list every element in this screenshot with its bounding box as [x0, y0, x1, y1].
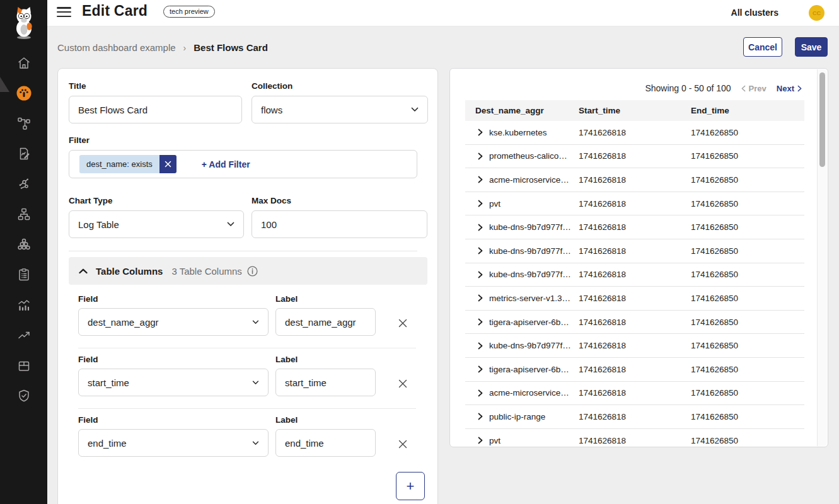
expand-row-chevron-icon[interactable]: [478, 129, 483, 136]
hamburger-menu-icon[interactable]: [57, 7, 72, 20]
cell-dest-name-aggr: tigera-apiserver-6b…: [489, 318, 569, 327]
max-docs-input[interactable]: [252, 210, 427, 238]
chevron-down-icon: [252, 320, 259, 324]
table-row[interactable]: kse.kubernetes 1741626818 1741626850: [465, 121, 804, 145]
card-editor-form: Title Collection flows Filter dest_name:…: [57, 68, 438, 504]
label-input[interactable]: [275, 369, 376, 396]
table-row[interactable]: acme-microservice… 1741626818 1741626850: [465, 168, 804, 192]
bar-chart-icon[interactable]: [0, 290, 47, 320]
cell-end-time: 1741626850: [691, 222, 804, 232]
sidebar-nav: [0, 48, 47, 411]
prev-button[interactable]: Prev: [741, 84, 767, 93]
collection-label: Collection: [252, 81, 292, 91]
share-network-icon[interactable]: [0, 169, 47, 199]
expand-row-chevron-icon[interactable]: [478, 389, 483, 397]
label-input[interactable]: [275, 429, 376, 457]
save-button[interactable]: Save: [795, 37, 828, 57]
cancel-button[interactable]: Cancel: [743, 37, 782, 57]
cell-dest-name-aggr: pvt: [489, 199, 501, 209]
cluster-nodes-icon[interactable]: [0, 229, 47, 260]
add-filter-button[interactable]: + Add Filter: [202, 159, 250, 169]
field-select-value: start_time: [88, 377, 129, 388]
cluster-selector[interactable]: All clusters: [731, 8, 778, 18]
table-row[interactable]: pvt 1741626818 1741626850: [465, 429, 804, 447]
filter-chip: dest_name: exists: [79, 155, 176, 173]
table-columns-section-header[interactable]: Table Columns 3 Table Columns: [69, 257, 427, 285]
table-row[interactable]: kube-dns-9b7d977f… 1741626818 1741626850: [465, 334, 804, 358]
field-select[interactable]: start_time: [78, 369, 269, 396]
table-row[interactable]: tigera-apiserver-6b… 1741626818 17416268…: [465, 311, 804, 335]
close-icon: [165, 161, 171, 168]
expand-row-chevron-icon[interactable]: [478, 365, 483, 373]
table-row[interactable]: pvt 1741626818 1741626850: [465, 192, 804, 216]
title-input[interactable]: [69, 96, 242, 123]
collection-select[interactable]: flows: [252, 96, 428, 123]
scrollbar-track[interactable]: [817, 69, 827, 446]
expand-row-chevron-icon[interactable]: [478, 247, 483, 255]
info-icon[interactable]: [247, 266, 258, 277]
calico-cat-logo[interactable]: [0, 0, 47, 40]
table-row[interactable]: tigera-apiserver-6b… 1741626818 17416268…: [465, 358, 804, 382]
edit-card-page: Edit Card tech preview All clusters CC C…: [0, 0, 839, 504]
clipboard-list-icon[interactable]: [0, 260, 47, 290]
home-icon[interactable]: [0, 48, 47, 78]
cell-end-time: 1741626850: [691, 199, 804, 209]
remove-column-button[interactable]: [396, 438, 409, 450]
filter-chip-label: dest_name: exists: [79, 155, 159, 173]
remove-column-button[interactable]: [396, 377, 409, 390]
max-docs-label: Max Docs: [252, 196, 291, 205]
breadcrumb-parent[interactable]: Custom dashboard example: [57, 42, 176, 53]
expand-row-chevron-icon[interactable]: [478, 152, 483, 160]
chevron-down-icon: [411, 107, 419, 112]
next-button[interactable]: Next: [777, 84, 802, 93]
dashboard-gauge-icon[interactable]: [0, 78, 47, 108]
field-select[interactable]: dest_name_aggr: [78, 308, 269, 336]
table-row[interactable]: kube-dns-9b7d977f… 1741626818 1741626850: [465, 215, 804, 239]
expand-row-chevron-icon[interactable]: [478, 224, 483, 231]
table-row[interactable]: acme-microservice… 1741626818 1741626850: [465, 382, 804, 406]
topology-icon[interactable]: [0, 108, 47, 139]
divider: [69, 251, 417, 251]
chevron-right-icon: [797, 85, 802, 92]
chevron-down-icon: [227, 222, 234, 227]
shield-check-icon[interactable]: [0, 381, 47, 411]
table-row[interactable]: kube-dns-9b7d977f… 1741626818 1741626850: [465, 239, 804, 263]
chart-type-select[interactable]: Log Table: [69, 210, 244, 238]
table-row[interactable]: public-ip-range 1741626818 1741626850: [465, 405, 804, 429]
expand-row-chevron-icon[interactable]: [478, 342, 483, 350]
cell-start-time: 1741626818: [579, 436, 691, 445]
remove-column-button[interactable]: [396, 317, 409, 329]
filter-input[interactable]: dest_name: exists + Add Filter: [69, 150, 417, 178]
scrollbar-thumb[interactable]: [819, 72, 825, 167]
cell-dest-name-aggr: pvt: [489, 436, 501, 445]
expand-row-chevron-icon[interactable]: [478, 176, 483, 183]
package-box-icon[interactable]: [0, 350, 47, 381]
cell-dest-name-aggr: kube-dns-9b7d977f…: [489, 246, 571, 256]
trend-arrow-icon[interactable]: [0, 320, 47, 350]
expand-row-chevron-icon[interactable]: [478, 437, 483, 444]
table-body: kse.kubernetes 1741626818 1741626850 pro…: [465, 121, 804, 447]
document-edit-icon[interactable]: [0, 139, 47, 169]
label-input[interactable]: [275, 308, 376, 336]
section-title: Table Columns: [96, 266, 163, 277]
field-select[interactable]: end_time: [78, 429, 269, 457]
label-label: Label: [275, 415, 298, 425]
sitemap-icon[interactable]: [0, 199, 47, 229]
expand-row-chevron-icon[interactable]: [478, 294, 483, 302]
filter-chip-remove-button[interactable]: [159, 155, 176, 173]
tech-preview-badge: tech preview: [163, 6, 215, 18]
expand-row-chevron-icon[interactable]: [478, 200, 483, 207]
add-column-button[interactable]: +: [396, 472, 425, 500]
expand-row-chevron-icon[interactable]: [478, 271, 483, 278]
column-header-start-time: Start_time: [579, 106, 691, 115]
avatar[interactable]: CC: [809, 5, 825, 21]
sidebar: [0, 0, 47, 504]
close-icon: [398, 318, 408, 328]
cell-dest-name-aggr: prometheus-calico…: [489, 151, 567, 161]
expand-row-chevron-icon[interactable]: [478, 318, 483, 326]
section-count: 3 Table Columns: [171, 266, 241, 277]
table-row[interactable]: kube-dns-9b7d977f… 1741626818 1741626850: [465, 263, 804, 287]
table-row[interactable]: metrics-server-v1.3… 1741626818 17416268…: [465, 287, 804, 311]
expand-row-chevron-icon[interactable]: [478, 413, 483, 420]
table-row[interactable]: prometheus-calico… 1741626818 1741626850: [465, 145, 804, 169]
